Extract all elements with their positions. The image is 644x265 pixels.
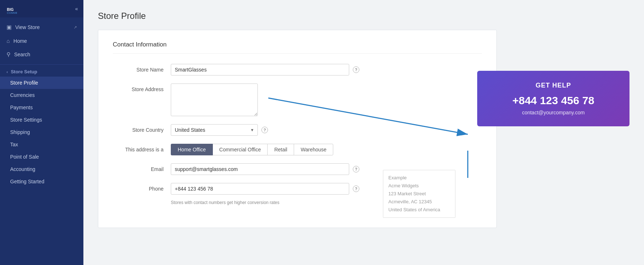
email-row: Email ? — [113, 163, 482, 175]
sidebar-collapse-button[interactable]: « — [75, 6, 78, 12]
store-country-help-icon[interactable]: ? — [261, 127, 268, 133]
store-name-input[interactable] — [171, 64, 349, 76]
store-name-help-icon[interactable]: ? — [353, 66, 359, 73]
store-address-row: Store Address Example Acme Widgets 123 M… — [113, 83, 482, 116]
store-country-select[interactable]: United States Canada United Kingdom Aust… — [171, 124, 258, 136]
sidebar-header: BIG COMMERCE « — [0, 0, 83, 17]
sidebar-item-search[interactable]: ⚲ Search — [0, 48, 83, 61]
sidebar-top-nav: ▣ View Store ↗ ⌂ Home ⚲ Search — [0, 17, 83, 65]
email-help-icon[interactable]: ? — [353, 166, 359, 172]
sidebar-item-accounting[interactable]: Accounting — [0, 163, 83, 175]
section-title: Contact Information — [113, 41, 482, 54]
sidebar-item-point-of-sale[interactable]: Point of Sale — [0, 151, 83, 163]
sidebar-store-setup-items: Store Profile Currencies Payments Store … — [0, 77, 83, 188]
address-type-retail[interactable]: Retail — [267, 144, 294, 155]
phone-helper-text: Stores with contact numbers get higher c… — [171, 200, 279, 205]
sidebar-item-shipping[interactable]: Shipping — [0, 126, 83, 138]
phone-help-icon[interactable]: ? — [353, 186, 359, 192]
page-title: Store Profile — [98, 11, 629, 21]
sidebar-section-store-setup[interactable]: ‹ Store Setup — [0, 65, 83, 77]
search-icon: ⚲ — [7, 51, 11, 58]
sidebar-item-store-settings[interactable]: Store Settings — [0, 114, 83, 126]
store-icon: ▣ — [7, 24, 12, 30]
store-country-field: United States Canada United Kingdom Aust… — [171, 124, 359, 136]
contact-info-card: Contact Information Store Name ? Store A… — [98, 30, 497, 228]
store-country-row: Store Country United States Canada Unite… — [113, 124, 482, 136]
phone-row: Phone ? Stores with contact numbers get … — [113, 183, 482, 205]
email-input[interactable] — [171, 163, 349, 175]
store-address-label: Store Address — [113, 83, 171, 92]
phone-label: Phone — [113, 183, 171, 192]
sidebar-item-currencies[interactable]: Currencies — [0, 89, 83, 101]
get-help-email: contact@yourcompany.com — [490, 110, 617, 115]
sidebar-item-home[interactable]: ⌂ Home — [0, 34, 83, 48]
sidebar-item-store-profile[interactable]: Store Profile — [0, 77, 83, 89]
email-label: Email — [113, 163, 171, 172]
address-type-warehouse[interactable]: Warehouse — [294, 144, 333, 155]
store-address-input[interactable] — [171, 83, 258, 116]
external-link-icon: ↗ — [74, 25, 77, 30]
logo: BIG COMMERCE — [5, 3, 17, 15]
svg-text:COMMERCE: COMMERCE — [7, 11, 17, 15]
sidebar-item-tax[interactable]: Tax — [0, 138, 83, 151]
address-type-commercial-office[interactable]: Commercial Office — [212, 144, 268, 155]
store-country-select-wrap: United States Canada United Kingdom Aust… — [171, 124, 258, 136]
address-type-field: Home Office Commercial Office Retail War… — [171, 144, 359, 155]
store-name-row: Store Name ? — [113, 64, 482, 76]
home-icon: ⌂ — [7, 38, 10, 44]
phone-field: ? Stores with contact numbers get higher… — [171, 183, 359, 205]
sidebar-item-getting-started[interactable]: Getting Started — [0, 175, 83, 188]
address-type-row: This address is a Home Office Commercial… — [113, 144, 482, 155]
chevron-icon: ‹ — [7, 70, 8, 74]
email-field: ? — [171, 163, 359, 175]
sidebar-item-view-store[interactable]: ▣ View Store ↗ — [0, 20, 83, 34]
address-type-group: Home Office Commercial Office Retail War… — [171, 144, 333, 155]
address-type-label: This address is a — [113, 144, 171, 152]
store-name-field: ? — [171, 64, 359, 76]
store-country-label: Store Country — [113, 124, 171, 133]
get-help-title: GET HELP — [490, 82, 617, 89]
sidebar: BIG COMMERCE « ▣ View Store ↗ ⌂ Home ⚲ S… — [0, 0, 83, 265]
phone-input[interactable] — [171, 183, 349, 195]
get-help-card: GET HELP +844 123 456 78 contact@yourcom… — [477, 71, 629, 126]
address-type-home-office[interactable]: Home Office — [171, 144, 213, 155]
main-content: Store Profile Contact Information Store … — [83, 0, 644, 265]
store-name-label: Store Name — [113, 64, 171, 73]
sidebar-item-payments[interactable]: Payments — [0, 101, 83, 114]
store-address-field — [171, 83, 359, 116]
get-help-phone: +844 123 456 78 — [490, 94, 617, 107]
